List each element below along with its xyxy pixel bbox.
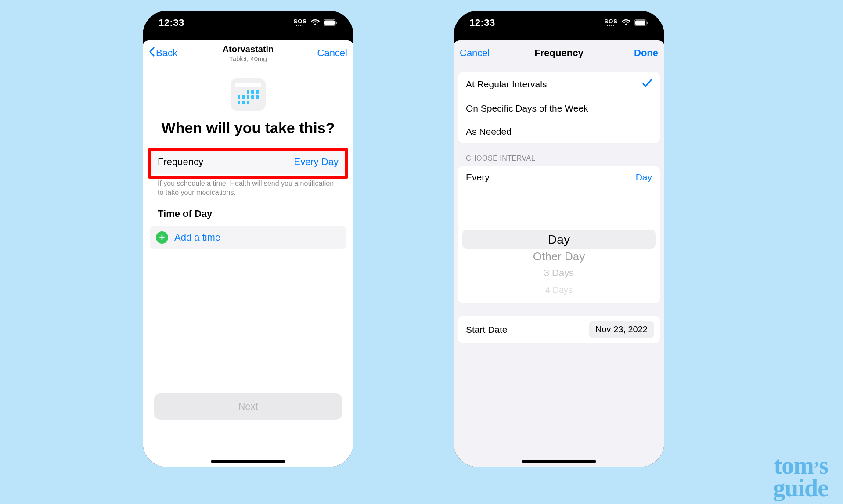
cancel-button[interactable]: Cancel — [460, 47, 490, 59]
picker-option[interactable]: 3 Days — [462, 265, 656, 281]
battery-icon — [634, 17, 648, 29]
status-right: SOS•••• — [605, 17, 648, 29]
battery-icon — [324, 17, 338, 29]
cancel-button[interactable]: Cancel — [317, 47, 347, 59]
status-bar: 12:33 SOS•••• — [143, 11, 353, 33]
next-button[interactable]: Next — [154, 393, 342, 420]
chevron-left-icon — [149, 47, 155, 59]
nav-bar: Cancel Frequency Done — [454, 40, 664, 66]
svg-rect-1 — [324, 21, 335, 25]
choose-interval-header: CHOOSE INTERVAL — [454, 143, 664, 166]
option-specific-days[interactable]: On Specific Days of the Week — [458, 97, 660, 120]
wifi-icon — [621, 17, 631, 29]
home-indicator[interactable] — [522, 460, 596, 463]
frequency-hint: If you schedule a time, Health will send… — [143, 174, 353, 198]
svg-rect-5 — [647, 22, 648, 24]
option-as-needed[interactable]: As Needed — [458, 120, 660, 143]
screen-frequency: Cancel Frequency Done At Regular Interva… — [454, 40, 664, 467]
interval-row[interactable]: Every Day — [458, 166, 660, 189]
start-date-row[interactable]: Start Date Nov 23, 2022 — [458, 316, 660, 343]
back-label: Back — [156, 47, 177, 59]
done-button[interactable]: Done — [634, 47, 658, 59]
page-heading: When will you take this? — [143, 119, 353, 137]
picker-option[interactable]: Day — [462, 220, 656, 248]
start-date-label: Start Date — [466, 324, 508, 335]
home-indicator[interactable] — [211, 460, 285, 463]
nav-subtitle: Tablet, 40mg — [197, 55, 299, 62]
start-date-value[interactable]: Nov 23, 2022 — [589, 321, 654, 338]
svg-rect-2 — [336, 22, 338, 24]
frequency-label: Frequency — [158, 156, 203, 168]
phone-left: 12:33 SOS•••• Back Atorvastatin Tabl — [143, 11, 353, 467]
checkmark-icon — [642, 78, 652, 90]
sos-indicator: SOS•••• — [605, 18, 618, 28]
plus-icon: + — [156, 231, 168, 244]
add-time-button[interactable]: + Add a time — [150, 226, 346, 249]
option-regular-intervals[interactable]: At Regular Intervals — [458, 72, 660, 97]
frequency-value: Every Day — [294, 156, 339, 168]
nav-bar: Back Atorvastatin Tablet, 40mg Cancel — [143, 40, 353, 66]
back-button[interactable]: Back — [149, 47, 197, 59]
interval-picker[interactable]: Day Other Day 3 Days 4 Days — [462, 220, 656, 295]
nav-title: Atorvastatin — [197, 44, 299, 54]
add-time-label: Add a time — [174, 232, 220, 243]
time-of-day-header: Time of Day — [143, 198, 353, 224]
frequency-options: At Regular Intervals On Specific Days of… — [458, 72, 660, 143]
nav-title: Frequency — [508, 47, 610, 59]
status-time: 12:33 — [159, 17, 184, 29]
status-right: SOS•••• — [294, 17, 338, 29]
interval-group: Every Day Day Other Day 3 Days 4 Days — [458, 166, 660, 303]
screen-schedule: Back Atorvastatin Tablet, 40mg Cancel Wh… — [143, 40, 353, 467]
wifi-icon — [310, 17, 320, 29]
calendar-icon — [231, 78, 266, 111]
interval-value: Day — [636, 172, 652, 183]
phone-right: 12:33 SOS•••• Cancel Frequency Done — [454, 11, 664, 467]
status-time: 12:33 — [469, 17, 495, 29]
sos-indicator: SOS•••• — [294, 18, 307, 28]
picker-option[interactable]: 4 Days — [462, 281, 656, 298]
frequency-row[interactable]: Frequency Every Day — [150, 150, 346, 174]
status-bar: 12:33 SOS•••• — [454, 11, 664, 33]
watermark-logo: tom’s guide — [746, 454, 828, 499]
svg-rect-4 — [635, 21, 645, 25]
picker-option[interactable]: Other Day — [462, 248, 656, 265]
